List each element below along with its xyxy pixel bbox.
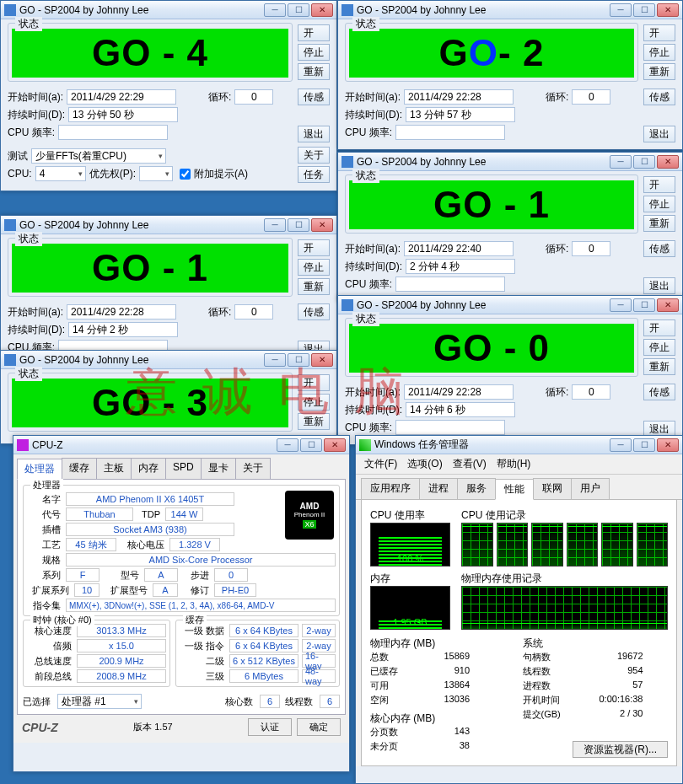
label-ext-family: 扩展系列 [27,584,71,597]
minimize-button[interactable]: ─ [264,218,286,232]
tab-cache[interactable]: 缓存 [62,458,97,479]
menu-options[interactable]: 选项(O) [407,457,442,471]
minimize-button[interactable]: ─ [264,3,286,17]
restart-button[interactable]: 重新 [298,278,330,295]
stop-button[interactable]: 停止 [298,259,330,276]
value-start-time: 2011/4/29 22:28 [67,304,176,320]
titlebar[interactable]: CPU-Z ─ ☐ ✕ [13,436,349,454]
tab-networking[interactable]: 联网 [533,478,572,499]
maximize-button[interactable]: ☐ [633,298,655,312]
about-button[interactable]: 关于 [298,147,330,164]
label-test: 测试 [8,149,28,164]
tab-performance[interactable]: 性能 [495,479,534,500]
minimize-button[interactable]: ─ [277,438,298,452]
validate-button[interactable]: 认证 [248,718,292,736]
group-cache-legend: 缓存 [183,614,207,626]
restart-button[interactable]: 重新 [643,358,675,375]
maximize-button[interactable]: ☐ [288,353,309,367]
combo-cpu[interactable]: 4 [35,166,86,181]
menu-view[interactable]: 查看(V) [453,457,487,471]
combo-priority[interactable] [139,166,173,181]
sensor-button[interactable]: 传感 [298,89,330,105]
titlebar[interactable]: GO - SP2004 by Johnny Lee ─ ☐ ✕ [338,153,682,171]
label-paged: 分页数 [370,726,412,738]
resource-monitor-button[interactable]: 资源监视器(R)... [573,741,668,758]
value-tech: 45 纳米 [66,538,116,551]
titlebar[interactable]: GO - SP2004 by Johnny Lee ─ ☐ ✕ [1,1,336,19]
cpuz-icon [17,439,29,451]
ok-button[interactable]: 确定 [297,718,341,736]
value-duration: 2 分钟 4 秒 [406,259,515,274]
close-button[interactable]: ✕ [657,298,679,312]
minimize-button[interactable]: ─ [610,3,632,17]
tab-applications[interactable]: 应用程序 [361,478,420,499]
close-button[interactable]: ✕ [311,3,333,17]
tab-memory[interactable]: 内存 [131,458,166,479]
close-button[interactable]: ✕ [311,353,333,367]
minimize-button[interactable]: ─ [610,438,632,452]
value-bus-speed: 200.9 MHz [77,654,166,668]
tab-processes[interactable]: 进程 [419,478,458,499]
tab-services[interactable]: 服务 [457,478,496,499]
minimize-button[interactable]: ─ [610,298,632,312]
sensor-button[interactable]: 传感 [298,303,330,320]
open-button[interactable]: 开 [298,24,330,41]
titlebar[interactable]: GO - SP2004 by Johnny Lee ─ ☐ ✕ [1,216,336,234]
open-button[interactable]: 开 [298,374,330,391]
tab-mainboard[interactable]: 主板 [96,458,132,479]
maximize-button[interactable]: ☐ [633,438,655,452]
exit-button[interactable]: 退出 [298,126,330,142]
minimize-button[interactable]: ─ [610,155,632,169]
maximize-button[interactable]: ☐ [288,218,309,232]
titlebar[interactable]: GO - SP2004 by Johnny Lee ─ ☐ ✕ [338,296,682,314]
stop-button[interactable]: 停止 [643,44,675,61]
exit-button[interactable]: 退出 [643,126,675,142]
restart-button[interactable]: 重新 [643,215,675,232]
sensor-button[interactable]: 传感 [643,89,675,105]
label-duration: 持续时间(D): [345,260,402,274]
sensor-button[interactable]: 传感 [643,240,675,257]
stop-button[interactable]: 停止 [643,196,675,212]
close-button[interactable]: ✕ [324,438,346,452]
titlebar[interactable]: GO - SP2004 by Johnny Lee ─ ☐ ✕ [338,1,682,19]
value-nonpaged: 38 [419,740,470,753]
restart-button[interactable]: 重新 [298,63,330,80]
close-button[interactable]: ✕ [657,3,679,17]
menu-file[interactable]: 文件(F) [364,457,397,471]
stop-button[interactable]: 停止 [643,339,675,356]
stop-button[interactable]: 停止 [298,394,330,411]
combo-processor[interactable]: 处理器 #1 [57,694,142,709]
menu-help[interactable]: 帮助(H) [497,457,531,471]
sensor-button[interactable]: 传感 [643,384,675,400]
open-button[interactable]: 开 [643,176,675,193]
taskmgr-icon [359,439,371,451]
window-title: GO - SP2004 by Johnny Lee [19,219,148,231]
stop-button[interactable]: 停止 [298,44,330,61]
exit-button[interactable]: 退出 [643,277,675,294]
task-button[interactable]: 任务 [298,166,330,183]
combo-test[interactable]: 少量FFTs(着重CPU) [31,148,166,164]
maximize-button[interactable]: ☐ [288,3,309,17]
titlebar[interactable]: Windows 任务管理器 ─ ☐ ✕ [356,436,682,454]
open-button[interactable]: 开 [643,24,675,41]
close-button[interactable]: ✕ [657,438,679,452]
checkbox-attach-hint[interactable] [180,169,191,180]
maximize-button[interactable]: ☐ [633,3,655,17]
tab-about[interactable]: 关于 [235,458,271,479]
maximize-button[interactable]: ☐ [300,438,322,452]
restart-button[interactable]: 重新 [298,413,330,430]
close-button[interactable]: ✕ [311,218,333,232]
value-l1d-way: 2-way [302,624,336,637]
tab-graphics[interactable]: 显卡 [201,458,236,479]
open-button[interactable]: 开 [298,239,330,256]
open-button[interactable]: 开 [643,320,675,336]
titlebar[interactable]: GO - SP2004 by Johnny Lee ─ ☐ ✕ [1,351,336,369]
tab-spd[interactable]: SPD [165,458,202,479]
sp2004-window: GO - SP2004 by Johnny Lee ─ ☐ ✕ 状态 GO - … [0,215,337,365]
tab-users[interactable]: 用户 [571,478,610,499]
maximize-button[interactable]: ☐ [633,155,655,169]
restart-button[interactable]: 重新 [643,63,675,80]
minimize-button[interactable]: ─ [264,353,286,367]
tab-processor[interactable]: 处理器 [17,459,62,480]
close-button[interactable]: ✕ [657,155,679,169]
